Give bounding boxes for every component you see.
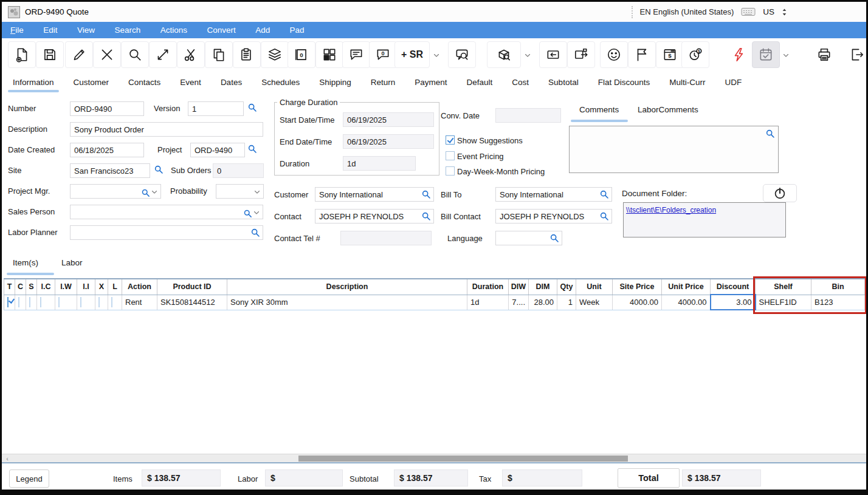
contact-field[interactable]: JOSEPH P REYNOLDS bbox=[315, 209, 434, 224]
tab-items[interactable]: Item(s) bbox=[13, 258, 38, 267]
show-suggestions-checkbox[interactable] bbox=[446, 135, 455, 145]
cell-action[interactable]: Rent bbox=[122, 295, 157, 310]
save-button[interactable] bbox=[36, 41, 64, 68]
copy-button[interactable] bbox=[205, 41, 233, 68]
row-checkbox-t[interactable] bbox=[7, 297, 9, 307]
cell-discount[interactable]: 3.00 bbox=[711, 295, 756, 310]
cell-dim[interactable]: 28.00 bbox=[529, 295, 557, 310]
tab-labor[interactable]: Labor bbox=[61, 258, 83, 267]
version-search-icon[interactable] bbox=[247, 103, 257, 112]
exit-button[interactable] bbox=[843, 41, 868, 68]
cell-product-id[interactable]: SK1508144512 bbox=[157, 295, 227, 310]
row-checkbox-ic[interactable] bbox=[40, 297, 41, 307]
sales-person-search-icon[interactable] bbox=[243, 209, 250, 216]
document-folder-link[interactable]: \\tsclient\E\Folders_creation bbox=[626, 206, 716, 214]
bill-to-field[interactable]: Sony International bbox=[495, 187, 612, 202]
chevron-down-icon[interactable] bbox=[782, 51, 790, 60]
scrollbar-thumb[interactable] bbox=[298, 456, 628, 462]
tab-event[interactable]: Event bbox=[170, 71, 211, 94]
cell-unit[interactable]: Week bbox=[576, 295, 613, 310]
tab-flat-discounts[interactable]: Flat Discounts bbox=[588, 71, 660, 94]
probability-dropdown[interactable] bbox=[216, 184, 264, 199]
contact-search-icon[interactable] bbox=[421, 211, 431, 221]
cell-diw[interactable]: 7.... bbox=[509, 295, 529, 310]
calendar-check-button[interactable] bbox=[752, 41, 780, 68]
delete-button[interactable] bbox=[93, 41, 121, 68]
smiley-button[interactable] bbox=[600, 41, 628, 68]
row-checkbox-s[interactable] bbox=[29, 297, 30, 307]
end-date-field[interactable]: 06/19/2025 bbox=[343, 134, 434, 149]
event-pricing-checkbox[interactable] bbox=[446, 151, 455, 160]
chevron-down-icon[interactable] bbox=[432, 51, 441, 60]
scroll-left-arrow-icon[interactable]: ‹ bbox=[3, 454, 12, 462]
comment-zero-button[interactable]: 0 bbox=[369, 41, 397, 68]
tab-subtotal[interactable]: Subtotal bbox=[539, 71, 588, 94]
tab-multi-curr[interactable]: Multi-Curr bbox=[660, 71, 715, 94]
project-mgr-search-icon[interactable] bbox=[141, 188, 148, 196]
bill-contact-field[interactable]: JOSEPH P REYNOLDS bbox=[495, 209, 612, 224]
project-field[interactable]: ORD-9490 bbox=[190, 143, 245, 157]
sales-person-field[interactable] bbox=[70, 205, 263, 219]
cell-shelf[interactable]: SHELF1ID bbox=[756, 295, 811, 310]
row-checkbox-x[interactable] bbox=[98, 297, 100, 307]
cell-x[interactable] bbox=[95, 295, 108, 310]
invoice-window-button[interactable]: $ bbox=[656, 41, 684, 68]
keyboard-layout-label[interactable]: US bbox=[763, 7, 774, 16]
chevron-down-icon[interactable] bbox=[253, 209, 260, 216]
tab-udf[interactable]: UDF bbox=[715, 71, 751, 94]
chevron-down-icon[interactable] bbox=[253, 188, 261, 196]
chevron-down-icon[interactable] bbox=[151, 188, 158, 196]
tab-comments[interactable]: Comments bbox=[579, 105, 619, 114]
edit-button[interactable] bbox=[65, 41, 93, 68]
cell-c[interactable] bbox=[15, 295, 26, 310]
cell-unit-price[interactable]: 4000.00 bbox=[662, 295, 711, 310]
bill-contact-search-icon[interactable] bbox=[599, 211, 609, 221]
tab-return[interactable]: Return bbox=[361, 71, 405, 94]
tab-shipping[interactable]: Shipping bbox=[309, 71, 361, 94]
cell-qty[interactable]: 1 bbox=[557, 295, 576, 310]
row-checkbox-iw[interactable] bbox=[58, 297, 60, 307]
language-bar-options-icon[interactable] bbox=[782, 8, 787, 16]
comments-button[interactable] bbox=[342, 41, 370, 68]
rush-lightning-button[interactable] bbox=[728, 41, 751, 68]
cell-l[interactable] bbox=[108, 295, 122, 310]
cell-description[interactable]: Sony XIR 30mm bbox=[227, 295, 467, 310]
day-week-month-pricing-checkbox[interactable] bbox=[446, 166, 455, 176]
document-folder-power-button[interactable] bbox=[763, 184, 797, 202]
language-search-icon[interactable] bbox=[549, 233, 559, 243]
cell-ii[interactable] bbox=[77, 295, 95, 310]
cell-duration[interactable]: 1d bbox=[467, 295, 509, 310]
tab-customer[interactable]: Customer bbox=[64, 71, 119, 94]
package-search-button[interactable] bbox=[487, 41, 521, 68]
contact-tel-field[interactable] bbox=[340, 231, 432, 245]
tab-cost[interactable]: Cost bbox=[502, 71, 539, 94]
layers-button[interactable] bbox=[261, 41, 289, 68]
row-checkbox-ii[interactable] bbox=[80, 297, 81, 307]
labor-planner-field[interactable] bbox=[70, 225, 263, 240]
horizontal-scrollbar[interactable]: ‹ bbox=[2, 454, 866, 462]
start-date-field[interactable]: 06/19/2025 bbox=[343, 112, 434, 127]
customer-search-icon[interactable] bbox=[421, 189, 431, 199]
bill-to-search-icon[interactable] bbox=[599, 189, 609, 199]
project-mgr-field[interactable] bbox=[70, 184, 161, 199]
language-field[interactable] bbox=[495, 231, 562, 245]
labor-planner-search-icon[interactable] bbox=[250, 228, 260, 237]
add-sr-button[interactable]: + SR bbox=[394, 41, 430, 68]
cell-site-price[interactable]: 4000.00 bbox=[613, 295, 662, 310]
cut-button[interactable] bbox=[177, 41, 205, 68]
chevron-down-icon[interactable] bbox=[523, 51, 532, 60]
paste-button[interactable] bbox=[233, 41, 261, 68]
cell-iw[interactable] bbox=[55, 295, 77, 310]
tab-labor-comments[interactable]: LaborComments bbox=[638, 105, 698, 114]
date-created-field[interactable]: 06/18/2025 bbox=[70, 143, 144, 157]
tab-dates[interactable]: Dates bbox=[211, 71, 252, 94]
cell-ic[interactable] bbox=[37, 295, 55, 310]
comments-search-icon[interactable] bbox=[765, 129, 775, 138]
search-button[interactable] bbox=[121, 41, 149, 68]
tab-information[interactable]: Information bbox=[3, 71, 64, 94]
expand-button[interactable] bbox=[149, 41, 177, 68]
cell-t[interactable] bbox=[4, 295, 15, 310]
tab-contacts[interactable]: Contacts bbox=[119, 71, 170, 94]
bubble-search-button[interactable] bbox=[448, 41, 476, 68]
tab-payment[interactable]: Payment bbox=[405, 71, 456, 94]
